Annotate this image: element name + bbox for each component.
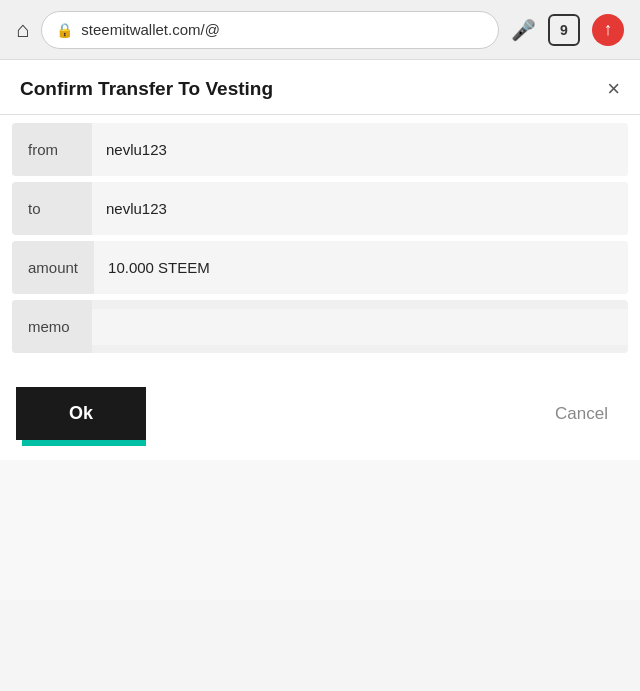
home-icon[interactable]: ⌂ xyxy=(16,17,29,43)
from-row: from nevlu123 xyxy=(12,123,628,176)
memo-value xyxy=(92,309,628,345)
update-icon[interactable]: ↑ xyxy=(592,14,624,46)
amount-label: amount xyxy=(12,241,94,294)
lock-icon: 🔒 xyxy=(56,22,73,38)
page-background xyxy=(0,460,640,600)
browser-chrome: ⌂ 🔒 steemitwallet.com/@ 🎤 9 ↑ xyxy=(0,0,640,60)
amount-value: 10.000 STEEM xyxy=(94,241,628,294)
amount-row: amount 10.000 STEEM xyxy=(12,241,628,294)
to-row: to nevlu123 xyxy=(12,182,628,235)
mic-icon[interactable]: 🎤 xyxy=(511,18,536,42)
dialog: Confirm Transfer To Vesting × from nevlu… xyxy=(0,60,640,460)
cancel-button[interactable]: Cancel xyxy=(539,394,624,434)
memo-row: memo xyxy=(12,300,628,353)
divider xyxy=(0,114,640,115)
tab-count-badge[interactable]: 9 xyxy=(548,14,580,46)
button-row: Ok Cancel xyxy=(0,359,640,460)
to-value: nevlu123 xyxy=(92,182,628,235)
url-text: steemitwallet.com/@ xyxy=(81,21,220,38)
dialog-title: Confirm Transfer To Vesting xyxy=(20,78,273,100)
address-bar[interactable]: 🔒 steemitwallet.com/@ xyxy=(41,11,499,49)
from-value: nevlu123 xyxy=(92,123,628,176)
ok-button[interactable]: Ok xyxy=(16,387,146,440)
to-label: to xyxy=(12,182,92,235)
dialog-header: Confirm Transfer To Vesting × xyxy=(0,60,640,114)
from-label: from xyxy=(12,123,92,176)
memo-label: memo xyxy=(12,300,92,353)
close-button[interactable]: × xyxy=(607,78,620,100)
